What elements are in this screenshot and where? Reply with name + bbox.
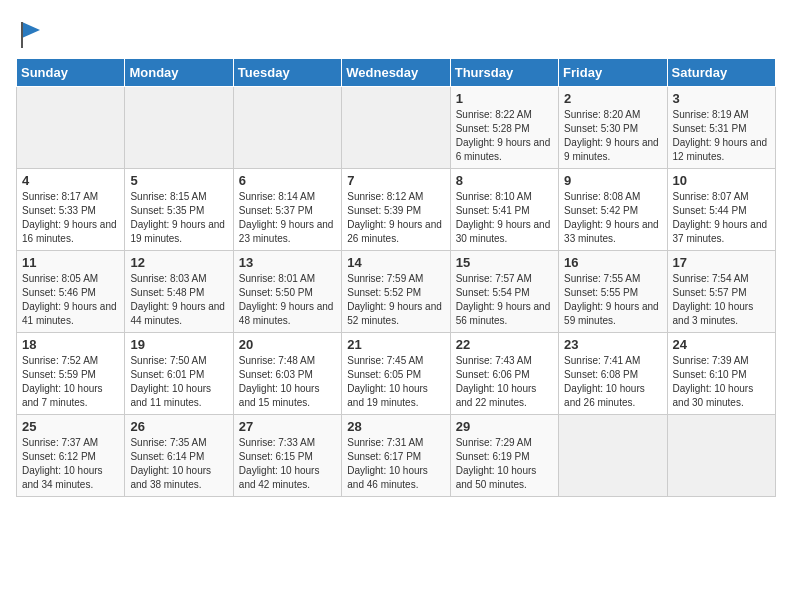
weekday-header-row: SundayMondayTuesdayWednesdayThursdayFrid… (17, 59, 776, 87)
calendar-cell: 11Sunrise: 8:05 AM Sunset: 5:46 PM Dayli… (17, 251, 125, 333)
calendar-cell: 18Sunrise: 7:52 AM Sunset: 5:59 PM Dayli… (17, 333, 125, 415)
day-number: 22 (456, 337, 553, 352)
cell-info: Sunrise: 8:07 AM Sunset: 5:44 PM Dayligh… (673, 190, 770, 246)
calendar-cell (667, 415, 775, 497)
day-number: 15 (456, 255, 553, 270)
cell-info: Sunrise: 7:39 AM Sunset: 6:10 PM Dayligh… (673, 354, 770, 410)
weekday-header-wednesday: Wednesday (342, 59, 450, 87)
cell-info: Sunrise: 7:29 AM Sunset: 6:19 PM Dayligh… (456, 436, 553, 492)
calendar-week-row: 11Sunrise: 8:05 AM Sunset: 5:46 PM Dayli… (17, 251, 776, 333)
day-number: 25 (22, 419, 119, 434)
calendar-cell: 17Sunrise: 7:54 AM Sunset: 5:57 PM Dayli… (667, 251, 775, 333)
calendar-cell: 20Sunrise: 7:48 AM Sunset: 6:03 PM Dayli… (233, 333, 341, 415)
cell-info: Sunrise: 7:41 AM Sunset: 6:08 PM Dayligh… (564, 354, 661, 410)
day-number: 17 (673, 255, 770, 270)
logo-flag-icon (18, 20, 42, 50)
weekday-header-sunday: Sunday (17, 59, 125, 87)
calendar-cell (233, 87, 341, 169)
day-number: 29 (456, 419, 553, 434)
calendar-cell: 21Sunrise: 7:45 AM Sunset: 6:05 PM Dayli… (342, 333, 450, 415)
weekday-header-friday: Friday (559, 59, 667, 87)
cell-info: Sunrise: 8:15 AM Sunset: 5:35 PM Dayligh… (130, 190, 227, 246)
calendar-cell: 27Sunrise: 7:33 AM Sunset: 6:15 PM Dayli… (233, 415, 341, 497)
cell-info: Sunrise: 7:43 AM Sunset: 6:06 PM Dayligh… (456, 354, 553, 410)
cell-info: Sunrise: 7:33 AM Sunset: 6:15 PM Dayligh… (239, 436, 336, 492)
day-number: 6 (239, 173, 336, 188)
svg-marker-0 (22, 22, 40, 38)
cell-info: Sunrise: 8:17 AM Sunset: 5:33 PM Dayligh… (22, 190, 119, 246)
calendar-cell (559, 415, 667, 497)
calendar-cell: 16Sunrise: 7:55 AM Sunset: 5:55 PM Dayli… (559, 251, 667, 333)
day-number: 28 (347, 419, 444, 434)
calendar-cell: 7Sunrise: 8:12 AM Sunset: 5:39 PM Daylig… (342, 169, 450, 251)
cell-info: Sunrise: 7:59 AM Sunset: 5:52 PM Dayligh… (347, 272, 444, 328)
logo-text (16, 20, 42, 50)
calendar-cell: 12Sunrise: 8:03 AM Sunset: 5:48 PM Dayli… (125, 251, 233, 333)
logo (16, 20, 42, 50)
day-number: 8 (456, 173, 553, 188)
day-number: 5 (130, 173, 227, 188)
cell-info: Sunrise: 8:05 AM Sunset: 5:46 PM Dayligh… (22, 272, 119, 328)
cell-info: Sunrise: 7:57 AM Sunset: 5:54 PM Dayligh… (456, 272, 553, 328)
weekday-header-saturday: Saturday (667, 59, 775, 87)
cell-info: Sunrise: 8:20 AM Sunset: 5:30 PM Dayligh… (564, 108, 661, 164)
calendar-cell: 1Sunrise: 8:22 AM Sunset: 5:28 PM Daylig… (450, 87, 558, 169)
cell-info: Sunrise: 7:31 AM Sunset: 6:17 PM Dayligh… (347, 436, 444, 492)
calendar-cell: 22Sunrise: 7:43 AM Sunset: 6:06 PM Dayli… (450, 333, 558, 415)
calendar-cell: 15Sunrise: 7:57 AM Sunset: 5:54 PM Dayli… (450, 251, 558, 333)
day-number: 9 (564, 173, 661, 188)
calendar-cell: 14Sunrise: 7:59 AM Sunset: 5:52 PM Dayli… (342, 251, 450, 333)
day-number: 21 (347, 337, 444, 352)
day-number: 24 (673, 337, 770, 352)
cell-info: Sunrise: 8:14 AM Sunset: 5:37 PM Dayligh… (239, 190, 336, 246)
calendar-cell: 9Sunrise: 8:08 AM Sunset: 5:42 PM Daylig… (559, 169, 667, 251)
calendar-cell: 19Sunrise: 7:50 AM Sunset: 6:01 PM Dayli… (125, 333, 233, 415)
cell-info: Sunrise: 7:52 AM Sunset: 5:59 PM Dayligh… (22, 354, 119, 410)
cell-info: Sunrise: 7:48 AM Sunset: 6:03 PM Dayligh… (239, 354, 336, 410)
day-number: 12 (130, 255, 227, 270)
calendar-cell: 4Sunrise: 8:17 AM Sunset: 5:33 PM Daylig… (17, 169, 125, 251)
weekday-header-tuesday: Tuesday (233, 59, 341, 87)
calendar-cell: 29Sunrise: 7:29 AM Sunset: 6:19 PM Dayli… (450, 415, 558, 497)
day-number: 18 (22, 337, 119, 352)
calendar-cell (342, 87, 450, 169)
weekday-header-monday: Monday (125, 59, 233, 87)
weekday-header-thursday: Thursday (450, 59, 558, 87)
day-number: 4 (22, 173, 119, 188)
cell-info: Sunrise: 7:55 AM Sunset: 5:55 PM Dayligh… (564, 272, 661, 328)
calendar-week-row: 1Sunrise: 8:22 AM Sunset: 5:28 PM Daylig… (17, 87, 776, 169)
cell-info: Sunrise: 7:54 AM Sunset: 5:57 PM Dayligh… (673, 272, 770, 328)
day-number: 26 (130, 419, 227, 434)
calendar-week-row: 18Sunrise: 7:52 AM Sunset: 5:59 PM Dayli… (17, 333, 776, 415)
cell-info: Sunrise: 7:50 AM Sunset: 6:01 PM Dayligh… (130, 354, 227, 410)
cell-info: Sunrise: 8:10 AM Sunset: 5:41 PM Dayligh… (456, 190, 553, 246)
calendar-cell: 25Sunrise: 7:37 AM Sunset: 6:12 PM Dayli… (17, 415, 125, 497)
cell-info: Sunrise: 7:45 AM Sunset: 6:05 PM Dayligh… (347, 354, 444, 410)
cell-info: Sunrise: 8:22 AM Sunset: 5:28 PM Dayligh… (456, 108, 553, 164)
calendar-cell: 24Sunrise: 7:39 AM Sunset: 6:10 PM Dayli… (667, 333, 775, 415)
calendar-cell: 28Sunrise: 7:31 AM Sunset: 6:17 PM Dayli… (342, 415, 450, 497)
calendar-cell: 10Sunrise: 8:07 AM Sunset: 5:44 PM Dayli… (667, 169, 775, 251)
calendar-cell (125, 87, 233, 169)
header (16, 16, 776, 50)
day-number: 14 (347, 255, 444, 270)
day-number: 2 (564, 91, 661, 106)
calendar-week-row: 4Sunrise: 8:17 AM Sunset: 5:33 PM Daylig… (17, 169, 776, 251)
day-number: 10 (673, 173, 770, 188)
day-number: 11 (22, 255, 119, 270)
cell-info: Sunrise: 8:12 AM Sunset: 5:39 PM Dayligh… (347, 190, 444, 246)
day-number: 23 (564, 337, 661, 352)
calendar-table: SundayMondayTuesdayWednesdayThursdayFrid… (16, 58, 776, 497)
day-number: 1 (456, 91, 553, 106)
calendar-cell: 23Sunrise: 7:41 AM Sunset: 6:08 PM Dayli… (559, 333, 667, 415)
calendar-cell: 26Sunrise: 7:35 AM Sunset: 6:14 PM Dayli… (125, 415, 233, 497)
day-number: 3 (673, 91, 770, 106)
svg-rect-1 (21, 22, 23, 48)
calendar-cell: 5Sunrise: 8:15 AM Sunset: 5:35 PM Daylig… (125, 169, 233, 251)
calendar-cell: 8Sunrise: 8:10 AM Sunset: 5:41 PM Daylig… (450, 169, 558, 251)
cell-info: Sunrise: 7:35 AM Sunset: 6:14 PM Dayligh… (130, 436, 227, 492)
day-number: 16 (564, 255, 661, 270)
cell-info: Sunrise: 8:08 AM Sunset: 5:42 PM Dayligh… (564, 190, 661, 246)
day-number: 19 (130, 337, 227, 352)
day-number: 13 (239, 255, 336, 270)
